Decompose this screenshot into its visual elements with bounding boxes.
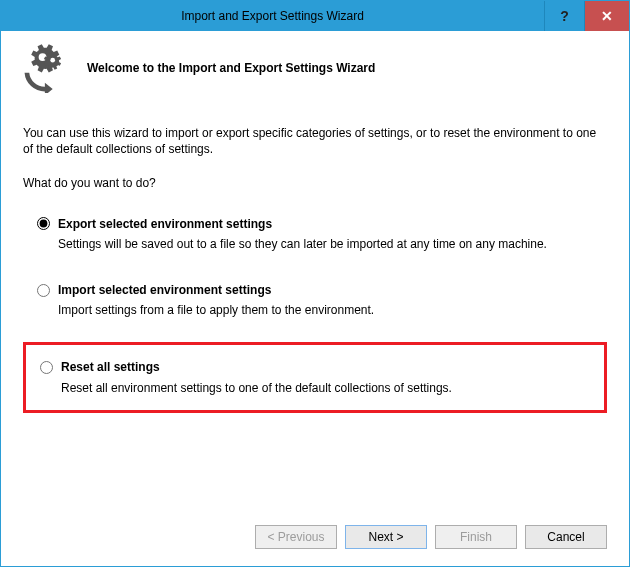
option-reset: Reset all settings Reset all environment…: [23, 342, 607, 412]
close-button[interactable]: ✕: [584, 1, 629, 31]
cancel-button[interactable]: Cancel: [525, 525, 607, 549]
wizard-footer: < Previous Next > Finish Cancel: [1, 508, 629, 566]
wizard-window: Import and Export Settings Wizard ? ✕ We…: [0, 0, 630, 567]
next-button[interactable]: Next >: [345, 525, 427, 549]
wizard-content: You can use this wizard to import or exp…: [1, 107, 629, 508]
option-import-desc: Import settings from a file to apply the…: [58, 302, 601, 318]
option-reset-label[interactable]: Reset all settings: [61, 359, 160, 375]
help-icon: ?: [560, 8, 569, 24]
option-export-head: Export selected environment settings: [37, 216, 601, 232]
radio-reset[interactable]: [40, 361, 53, 374]
title-button-group: ? ✕: [544, 1, 629, 31]
question-text: What do you want to do?: [23, 175, 607, 191]
option-import-head: Import selected environment settings: [37, 282, 601, 298]
previous-button: < Previous: [255, 525, 337, 549]
wizard-header: Welcome to the Import and Export Setting…: [1, 31, 629, 107]
option-reset-head: Reset all settings: [40, 359, 598, 375]
titlebar: Import and Export Settings Wizard ? ✕: [1, 1, 629, 31]
option-export-desc: Settings will be saved out to a file so …: [58, 236, 601, 252]
help-button[interactable]: ?: [544, 1, 584, 31]
radio-export[interactable]: [37, 217, 50, 230]
option-export: Export selected environment settings Set…: [23, 210, 607, 258]
radio-import[interactable]: [37, 284, 50, 297]
svg-point-1: [50, 58, 55, 63]
option-import: Import selected environment settings Imp…: [23, 276, 607, 324]
option-reset-desc: Reset all environment settings to one of…: [61, 380, 598, 396]
intro-text: You can use this wizard to import or exp…: [23, 125, 607, 157]
gears-icon: [23, 43, 73, 93]
option-export-label[interactable]: Export selected environment settings: [58, 216, 272, 232]
finish-button: Finish: [435, 525, 517, 549]
option-import-label[interactable]: Import selected environment settings: [58, 282, 271, 298]
wizard-heading: Welcome to the Import and Export Setting…: [87, 61, 375, 75]
window-title: Import and Export Settings Wizard: [1, 1, 544, 31]
close-icon: ✕: [601, 8, 613, 24]
